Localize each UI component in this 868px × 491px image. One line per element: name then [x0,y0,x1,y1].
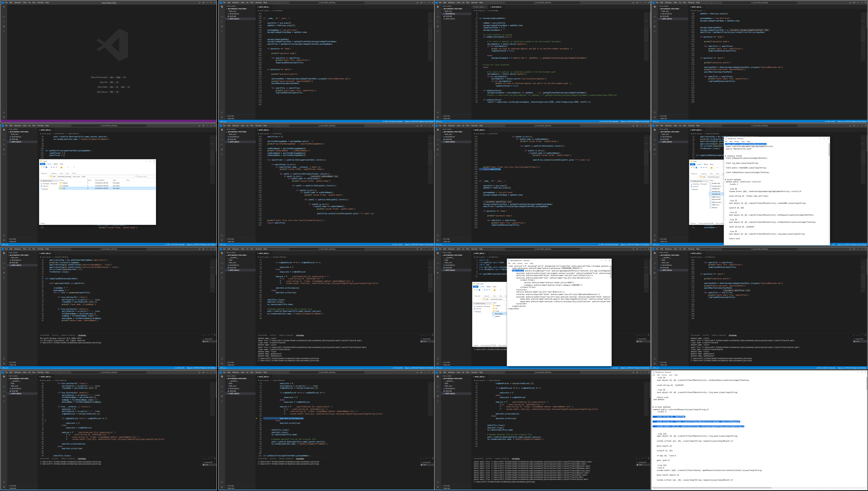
problems-status[interactable]: ⊗ 0 △ 0 [653,244,659,245]
menu-item-go[interactable]: Go [462,125,464,127]
menu-item-terminal[interactable]: Terminal [37,125,43,127]
source-control-icon[interactable]: ⌥ [3,138,5,141]
extensions-icon[interactable]: ⊞ [654,25,655,28]
terminal-output[interactable]: method name: <init>smali file :C:\Users\… [256,337,420,366]
editor-status-info[interactable]: Spaces: 4 UTF-8 LF Python 3.10.5 64-bit [187,490,215,491]
more-actions-icon[interactable]: ⋯ [469,5,470,7]
scrollbar-thumb[interactable] [653,487,771,488]
extensions-icon[interactable]: ⊞ [3,148,5,151]
cursor-position[interactable]: Ln 96, Col 13 [609,490,618,491]
notepad-menu-view[interactable]: View [669,374,672,376]
cursor-position[interactable]: Ln 9, Col 1 [611,367,618,369]
search-icon[interactable]: ◌ [437,257,438,260]
sidebar-item-hack.apk[interactable]: hack.apk [7,261,38,264]
cursor-position[interactable]: Ln 140, Col 22 (10 selected) [599,244,618,245]
sidebar-item-__pycache__[interactable]: ›__pycache__ [225,380,256,382]
layout-panel-icon[interactable]: ◫ [632,2,634,4]
outline-section[interactable]: ›OUTLINE [658,237,688,240]
timeline-section[interactable]: ›TIMELINE [441,240,471,243]
search-icon[interactable]: ◌ [221,380,223,383]
tab-patch_apk.py[interactable]: patch_apk.py✕ [38,128,54,132]
notepad-vscrollbar[interactable] [866,376,868,487]
menu-item-help[interactable]: Help [263,372,267,373]
maximize-button[interactable]: □ [211,248,212,250]
explorer-icon[interactable]: ⧉ [654,128,656,131]
nav-item-onedrive---personal[interactable]: ☁OneDrive - Personal [689,182,709,185]
more-icon[interactable]: ⋯ [642,457,644,460]
close-button[interactable]: ✕ [214,248,215,250]
account-icon[interactable]: ◎ [221,234,223,237]
panel-tab-problems[interactable]: PROBLEMS [691,334,700,336]
tab-patch_apk.py[interactable]: patch_apk.py✕ [256,251,272,255]
menu-item-help[interactable]: Help [696,125,699,127]
layout-grid-icon[interactable]: ⊞ [421,125,422,127]
breadcrumb-segment[interactable]: patch_apk.py [42,133,51,134]
sidebar-item-decompile.py[interactable]: decompile.py [225,264,256,266]
source-control-icon[interactable]: ⌥ [653,262,656,265]
sidebar-item-hack.apk[interactable]: hack.apk [441,266,471,269]
nav-item-this-pc[interactable]: ▤This PC [472,308,492,310]
explorer-icon[interactable]: ⧉ [437,375,439,378]
panel-tab-problems[interactable]: PROBLEMS [40,458,49,460]
maximize-button[interactable]: □ [605,260,606,261]
more-actions-icon[interactable]: ⋯ [685,5,687,7]
address-breadcrumb[interactable]: labs›automated_patching›hack_exm›smali [49,175,134,178]
panel-tab-terminal[interactable]: TERMINAL [728,334,737,336]
column-header-type[interactable]: Type [112,179,126,181]
menu-item-view[interactable]: View [457,125,460,127]
layout-grid-icon[interactable]: ⊞ [203,372,204,373]
menu-item-go[interactable]: Go [28,372,30,373]
menu-item-edit[interactable]: Edit [228,372,231,373]
more-actions-icon[interactable]: ⋯ [685,252,687,254]
workspace-root[interactable]: ⌄AUTOMATED_PATCHING [225,377,256,380]
code-editor[interactable]: 8910def decompileApk(apkPath):1112 osNam… [471,12,651,120]
close-panel-icon[interactable]: ✕ [432,334,433,337]
terminal-item-powershell[interactable]: ≻powershell [636,461,651,463]
back-icon[interactable]: ← [494,124,495,127]
terminal-item-cmd[interactable]: ▣cmd [420,463,435,466]
back-icon[interactable]: ← [278,1,280,4]
run-debug-icon[interactable]: ▷ [3,143,5,146]
notepad-menu-view[interactable]: View [524,262,528,264]
terminal-item-cmd[interactable]: ▣cmd [202,463,217,466]
split-icon[interactable]: ⌄ [856,334,857,337]
menu-item-run[interactable]: Run [466,125,469,127]
source-control-icon[interactable]: ⌥ [653,138,656,141]
layout-grid-icon[interactable]: ⊞ [636,248,638,250]
minimize-button[interactable]: — [425,125,426,127]
workspace-root[interactable]: ⌄AUTOMATED_PATCHING [441,8,471,10]
close-panel-icon[interactable]: ✕ [648,334,649,337]
more-icon[interactable]: ⋯ [426,457,428,460]
menu-item-run[interactable]: Run [466,372,469,373]
minimize-button[interactable]: — [640,2,642,4]
run-debug-icon[interactable]: ▷ [437,143,439,146]
account-icon[interactable]: ◎ [221,481,223,483]
sidebar-item-patch_apk.py[interactable]: patch_apk.py [441,269,471,271]
close-tab-icon[interactable]: ✕ [269,6,270,8]
code-editor[interactable]: 70 newLocals = 071 splittedLine = re.spl… [256,382,435,457]
column-header-size[interactable]: Size [126,179,135,181]
sidebar-item-__pycache__[interactable]: ›__pycache__ [441,380,471,382]
menu-item-edit[interactable]: Edit [228,125,231,127]
sidebar-item-decompile.py[interactable]: decompile.py [7,136,38,138]
sidebar-item-patch_apk.py[interactable]: patch_apk.py [658,18,688,20]
layout-panel-icon[interactable]: ◫ [632,248,634,250]
ribbon-icon[interactable]: ✓ [500,289,502,291]
ribbon-icon[interactable]: ⧉ [43,166,45,168]
sidebar-item-patch_apk.py[interactable]: patch_apk.py [658,141,688,143]
sidebar-item-hack.apk[interactable]: hack.apk [658,138,688,141]
close-button[interactable]: ✕ [214,372,215,373]
account-icon[interactable]: ◎ [221,111,223,114]
panel-tab-problems[interactable]: PROBLEMS [40,334,49,336]
minimap[interactable] [428,382,433,416]
minimize-button[interactable]: — [640,248,642,250]
workspace-root[interactable]: ⌄AUTOMATED_PATCHING [225,8,256,10]
address-segment[interactable]: automated_patch... [708,176,721,178]
more-actions-icon[interactable]: ⋯ [253,5,254,7]
problems-status[interactable]: ⊗ 0 △ 0 [220,490,226,491]
code-editor[interactable]: 148 apkPath = Path(sys.argv[2])149150 pa… [688,12,868,120]
more-icon[interactable]: ⋯ [859,334,860,337]
minimap[interactable] [210,382,215,416]
run-debug-icon[interactable]: ▷ [437,266,439,269]
source-control-icon[interactable]: ⌥ [220,138,223,141]
